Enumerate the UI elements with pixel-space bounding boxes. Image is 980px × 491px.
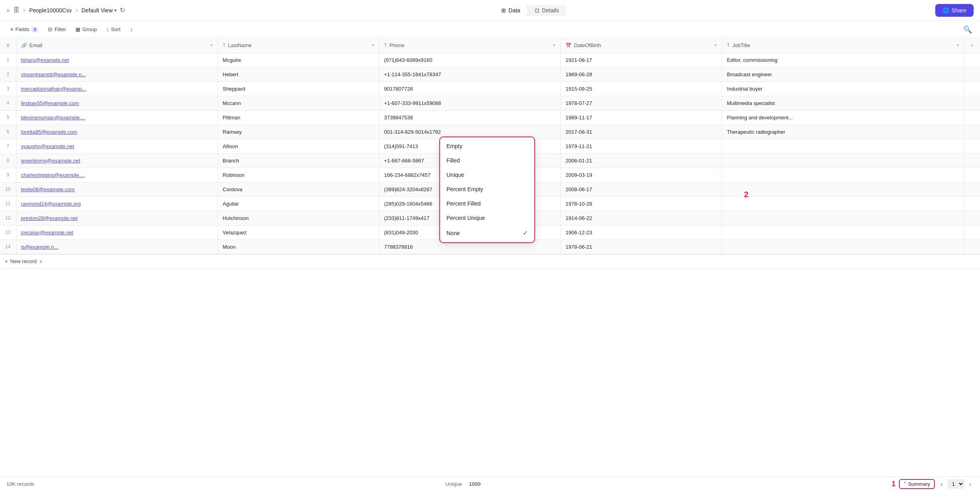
dropdown-item-label: Percent Unique bbox=[446, 215, 485, 221]
phone-col-label: Phone bbox=[389, 42, 405, 48]
cell-jobtitle bbox=[722, 225, 964, 240]
tab-data-icon: ⊞ bbox=[501, 7, 506, 14]
cell-jobtitle: Therapeutic radiographer bbox=[722, 125, 964, 139]
group-button[interactable]: ▦ Group bbox=[71, 24, 101, 34]
filter-button[interactable]: ⊟ Filter bbox=[44, 24, 70, 34]
cell-jobtitle bbox=[722, 182, 964, 196]
cell-rownum: 8 bbox=[0, 153, 16, 168]
new-record-plus-icon: + bbox=[5, 258, 8, 264]
cell-jobtitle: Editor, commissioning bbox=[722, 53, 964, 67]
cell-lastname: Ramsey bbox=[218, 125, 379, 139]
badge-2: 2 bbox=[744, 190, 748, 199]
dropdown-item[interactable]: Percent Unique bbox=[440, 211, 534, 225]
sort-button[interactable]: ↕ Sort bbox=[102, 24, 124, 34]
back-icon[interactable]: » bbox=[6, 7, 10, 14]
dob-col-chevron-icon: ▾ bbox=[714, 43, 717, 48]
col-header-email[interactable]: 🔗 Email ▾ bbox=[16, 38, 218, 53]
email-col-chevron-icon: ▾ bbox=[210, 43, 213, 48]
cell-dob: 1978-10-28 bbox=[561, 196, 722, 211]
cell-lastname: Allison bbox=[218, 139, 379, 153]
page-number-select[interactable]: 1 bbox=[948, 479, 964, 489]
summary-button[interactable]: ˅ Summary bbox=[899, 479, 935, 489]
cell-email[interactable]: yvaughn@example.net bbox=[16, 139, 218, 153]
dropdown-item-label: Percent Filled bbox=[446, 200, 481, 207]
cell-phone: 9017807728 bbox=[379, 81, 561, 96]
cell-lastname: Mcguire bbox=[218, 53, 379, 67]
extra-sort-button[interactable]: ↕ bbox=[126, 24, 137, 34]
cell-dob: 1969-06-28 bbox=[561, 67, 722, 81]
dropdown-item[interactable]: None✓ bbox=[440, 225, 534, 241]
cell-email[interactable]: preston28@example.net bbox=[16, 211, 218, 225]
cell-email[interactable]: charleshiggins@example.... bbox=[16, 168, 218, 182]
search-icon: 🔍 bbox=[963, 26, 972, 34]
cell-dob: 2017-08-31 bbox=[561, 125, 722, 139]
page-next-button[interactable]: › bbox=[967, 480, 974, 489]
cell-jobtitle bbox=[722, 240, 964, 254]
fields-label: Fields bbox=[16, 26, 30, 32]
cell-email[interactable]: mercadojonathan@examp... bbox=[16, 81, 218, 96]
cell-email[interactable]: lindsay55@example.com bbox=[16, 96, 218, 110]
fields-badge: 3 bbox=[31, 27, 38, 32]
cell-email[interactable]: blevinsmorgan@example.... bbox=[16, 110, 218, 125]
cell-email[interactable]: tsharp@example.net bbox=[16, 53, 218, 67]
cell-jobtitle: Industrial buyer bbox=[722, 81, 964, 96]
breadcrumb-table[interactable]: People10000Csv bbox=[29, 7, 72, 14]
unique-value: 1000 bbox=[469, 481, 481, 487]
cell-email[interactable]: joycejay@example.net bbox=[16, 225, 218, 240]
table-row: 5 blevinsmorgan@example.... Pittman 3739… bbox=[0, 110, 980, 125]
cell-email[interactable]: is@example.n... bbox=[16, 240, 218, 254]
col-header-dob[interactable]: 📅 DateOfBirth ▾ bbox=[561, 38, 722, 53]
cell-rownum: 3 bbox=[0, 81, 16, 96]
table-header-row: # 🔗 Email ▾ T LastName ▾ bbox=[0, 38, 980, 53]
check-icon: ✓ bbox=[523, 229, 528, 237]
col-header-phone[interactable]: T Phone ▾ bbox=[379, 38, 561, 53]
phone-col-icon: T bbox=[384, 43, 387, 48]
status-bar: 10K records Unique 1000 1 ˅ Summary ‹ 1 … bbox=[0, 477, 980, 491]
cell-dob: 1978-06-21 bbox=[561, 240, 722, 254]
cell-dob: 1914-06-22 bbox=[561, 211, 722, 225]
col-header-rownum: # bbox=[0, 38, 16, 53]
col-header-jobtitle[interactable]: T JobTitle ▾ bbox=[722, 38, 964, 53]
new-record-bar[interactable]: + New record ∧ bbox=[0, 254, 980, 269]
cell-dob: 1979-11-21 bbox=[561, 139, 722, 153]
cell-dob: 1989-11-17 bbox=[561, 110, 722, 125]
cell-email[interactable]: greerjimmy@example.net bbox=[16, 153, 218, 168]
col-header-lastname[interactable]: T LastName ▾ bbox=[218, 38, 379, 53]
cell-email[interactable]: vincentgarrett@example.n... bbox=[16, 67, 218, 81]
refresh-icon[interactable]: ↻ bbox=[120, 6, 125, 14]
cell-email[interactable]: leslie08@example.com bbox=[16, 182, 218, 196]
group-label: Group bbox=[82, 26, 97, 32]
dropdown-item-label: None bbox=[446, 230, 460, 236]
tab-details[interactable]: ⊡ Details bbox=[528, 5, 566, 16]
tab-group: ⊞ Data ⊡ Details bbox=[494, 5, 566, 16]
tab-data-label: Data bbox=[508, 7, 520, 14]
fields-icon: ≡ bbox=[10, 26, 14, 32]
dropdown-item[interactable]: Filled bbox=[440, 153, 534, 168]
tab-data[interactable]: ⊞ Data bbox=[494, 5, 528, 16]
cell-dob: 2006-01-21 bbox=[561, 153, 722, 168]
cell-rownum: 13 bbox=[0, 225, 16, 240]
dropdown-item[interactable]: Unique bbox=[440, 168, 534, 182]
cell-rownum: 1 bbox=[0, 53, 16, 67]
cell-lastname: Robinson bbox=[218, 168, 379, 182]
breadcrumb: » 🗄 > People10000Csv > Default View ▾ ↻ bbox=[6, 6, 125, 14]
add-column-button[interactable]: + bbox=[964, 38, 980, 53]
dropdown-item[interactable]: Empty bbox=[440, 139, 534, 153]
filter-icon: ⊟ bbox=[48, 26, 52, 32]
cell-lastname: Hebert bbox=[218, 67, 379, 81]
cell-jobtitle bbox=[722, 211, 964, 225]
share-button[interactable]: 🌐 Share bbox=[935, 4, 974, 17]
dropdown-item[interactable]: Percent Filled bbox=[440, 196, 534, 211]
page-prev-button[interactable]: ‹ bbox=[938, 480, 945, 489]
cell-rownum: 9 bbox=[0, 168, 16, 182]
fields-button[interactable]: ≡ Fields 3 bbox=[6, 24, 42, 34]
cell-jobtitle: Planning and development... bbox=[722, 110, 964, 125]
jobtitle-col-icon: T bbox=[727, 43, 730, 48]
cell-email[interactable]: loretta85@example.com bbox=[16, 125, 218, 139]
extra-sort-icon: ↕ bbox=[130, 26, 133, 32]
dropdown-item[interactable]: Percent Empty bbox=[440, 182, 534, 196]
status-right: 1 ˅ Summary ‹ 1 › bbox=[892, 479, 974, 489]
search-button[interactable]: 🔍 bbox=[962, 24, 974, 36]
breadcrumb-view[interactable]: Default View ▾ bbox=[81, 7, 117, 14]
cell-email[interactable]: raymond24@example.org bbox=[16, 196, 218, 211]
